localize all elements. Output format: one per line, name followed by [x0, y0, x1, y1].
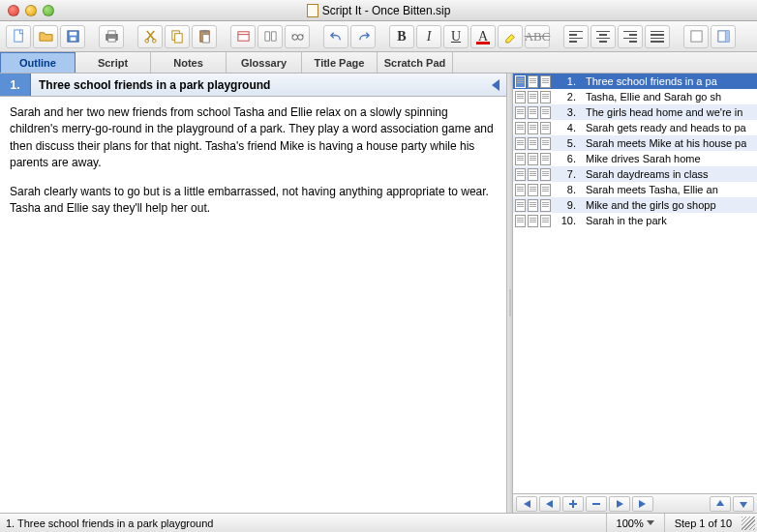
editor-pane: 1. Three school friends in a park playgr… [0, 74, 507, 513]
redo-button[interactable] [350, 25, 376, 48]
navigator-row-number: 10. [553, 215, 576, 226]
navigator-row[interactable]: 2.Tasha, Ellie and Sarah go sh [513, 89, 757, 104]
navigator-row[interactable]: 3.The girls head home and we're in [513, 104, 757, 120]
svg-rect-2 [69, 32, 76, 36]
panel-split-button[interactable] [711, 25, 736, 48]
card-icon [515, 153, 526, 165]
align-justify-button[interactable] [645, 25, 670, 48]
svg-rect-18 [690, 31, 701, 42]
copy-button[interactable] [165, 25, 190, 48]
step-title[interactable]: Three school friends in a park playgroun… [31, 78, 485, 92]
svg-rect-14 [237, 32, 248, 41]
new-document-button[interactable] [6, 25, 31, 48]
navigator-row[interactable]: 8.Sarah meets Tasha, Ellie an [513, 182, 757, 197]
navigator-row-number: 6. [553, 153, 576, 164]
card-icon [515, 168, 526, 181]
nav-move-down-button[interactable] [733, 496, 754, 512]
cut-button[interactable] [137, 25, 163, 48]
card-icon [515, 91, 526, 103]
navigator-row-title: Mike and the girls go shopp [586, 199, 716, 211]
card-icon [515, 215, 526, 227]
step-counter: Step 1 of 10 [665, 517, 742, 529]
glasses-button[interactable] [285, 25, 310, 48]
navigator-row-number: 2. [553, 91, 576, 103]
navigator-row-number: 8. [553, 184, 576, 195]
svg-rect-6 [107, 38, 115, 42]
zoom-control[interactable]: 100% [606, 514, 665, 532]
titlebar: Script It - Once Bitten.sip [0, 0, 757, 21]
navigator-row-title: Mike drives Sarah home [586, 153, 701, 164]
nav-last-button[interactable] [632, 496, 653, 512]
navigator-row-number: 1. [553, 75, 576, 87]
underline-button[interactable]: U [443, 25, 469, 48]
panel-single-button[interactable] [683, 25, 709, 48]
navigator-row[interactable]: 5.Sarah meets Mike at his house pa [513, 135, 757, 151]
open-button[interactable] [33, 25, 58, 48]
italic-button[interactable]: I [416, 25, 441, 48]
navigator-row-number: 3. [553, 106, 576, 118]
status-bar: 1. Three school friends in a park playgr… [0, 513, 757, 532]
card-icon [540, 184, 551, 196]
card-icon [540, 199, 551, 212]
navigator-list: 1.Three school friends in a pa2.Tasha, E… [513, 74, 757, 493]
tab-script[interactable]: Script [76, 52, 151, 73]
step-number: 1. [0, 74, 31, 96]
splitter[interactable] [507, 74, 513, 513]
bold-button[interactable]: B [389, 25, 414, 48]
save-button[interactable] [60, 25, 85, 48]
font-color-button[interactable]: A [470, 25, 496, 48]
svg-rect-21 [725, 31, 729, 42]
card-icon [515, 137, 526, 150]
undo-button[interactable] [323, 25, 348, 48]
book-button[interactable] [257, 25, 283, 48]
navigator-row[interactable]: 1.Three school friends in a pa [513, 74, 757, 89]
tab-notes[interactable]: Notes [151, 52, 227, 73]
card-icon [528, 122, 538, 134]
tab-outline[interactable]: Outline [0, 52, 76, 73]
card-icon [540, 122, 551, 134]
prev-card-button[interactable] [485, 74, 506, 96]
navigator-row[interactable]: 10.Sarah in the park [513, 213, 757, 228]
highlight-button[interactable] [498, 25, 523, 48]
resize-grip[interactable] [742, 517, 755, 530]
nav-add-button[interactable] [562, 496, 584, 512]
paste-button[interactable] [192, 25, 217, 48]
navigator-row-title: Sarah daydreams in class [586, 168, 709, 180]
card-icon [528, 153, 538, 165]
nav-prev-button[interactable] [539, 496, 560, 512]
card-icon [528, 168, 538, 181]
align-left-button[interactable] [563, 25, 589, 48]
nav-next-button[interactable] [609, 496, 630, 512]
document-icon [307, 4, 318, 17]
strikethrough-button[interactable]: ABC [525, 25, 550, 48]
navigator-row[interactable]: 7.Sarah daydreams in class [513, 166, 757, 182]
navigator-row-title: Sarah gets ready and heads to pa [586, 122, 746, 133]
nav-remove-button[interactable] [586, 496, 607, 512]
navigator-pane: 1.Three school friends in a pa2.Tasha, E… [513, 74, 757, 513]
card-icon [540, 153, 551, 165]
card-icon [515, 199, 526, 212]
navigator-row-number: 5. [553, 137, 576, 149]
tab-titlepage[interactable]: Title Page [302, 52, 378, 73]
tab-scratchpad[interactable]: Scratch Pad [378, 52, 453, 73]
card-icon [515, 122, 526, 134]
print-button[interactable] [99, 25, 124, 48]
svg-rect-3 [70, 37, 76, 41]
navigator-row[interactable]: 6.Mike drives Sarah home [513, 151, 757, 166]
align-right-button[interactable] [618, 25, 643, 48]
chevron-down-icon [647, 520, 654, 525]
nav-first-button[interactable] [516, 496, 537, 512]
navigator-row-number: 9. [553, 199, 576, 211]
card-icon [528, 215, 538, 227]
card-button[interactable] [230, 25, 256, 48]
card-icon [528, 137, 538, 150]
navigator-row-title: Sarah meets Mike at his house pa [586, 137, 746, 149]
nav-move-up-button[interactable] [710, 496, 731, 512]
align-center-button[interactable] [590, 25, 616, 48]
navigator-row[interactable]: 9.Mike and the girls go shopp [513, 197, 757, 213]
navigator-row[interactable]: 4.Sarah gets ready and heads to pa [513, 120, 757, 135]
tab-glossary[interactable]: Glossary [227, 52, 302, 73]
card-body[interactable]: Sarah and her two new friends from schoo… [0, 97, 506, 513]
card-icon [540, 106, 551, 119]
card-icon [515, 75, 526, 88]
